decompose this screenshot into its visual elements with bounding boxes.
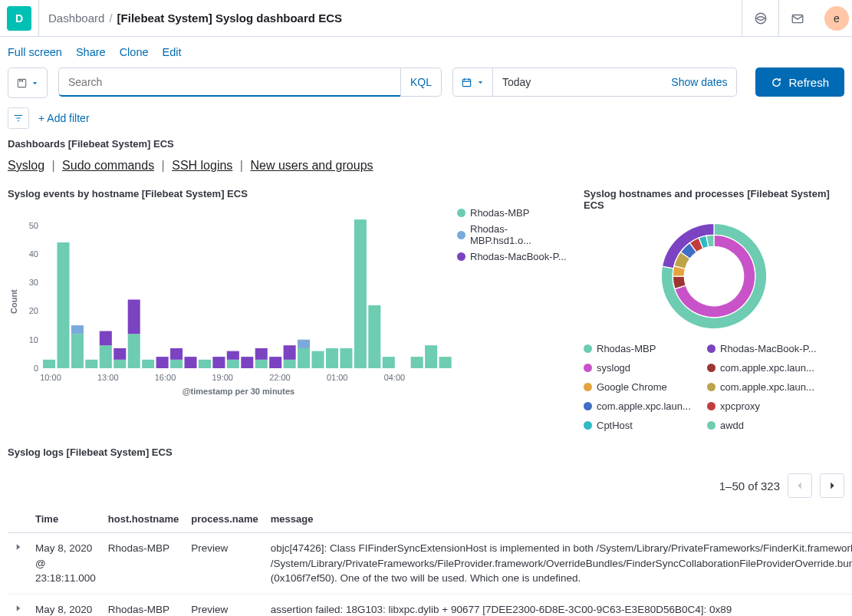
- svg-rect-12: [71, 334, 84, 368]
- svg-rect-25: [184, 357, 196, 368]
- breadcrumb-separator: /: [109, 12, 112, 25]
- search-group: KQL: [58, 68, 442, 98]
- svg-text:19:00: 19:00: [212, 373, 233, 382]
- refresh-label: Refresh: [788, 76, 829, 89]
- logs-table: Time host.hostname process.name message …: [8, 506, 852, 616]
- pagination-text: 1–50 of 323: [719, 479, 780, 492]
- full-screen-link[interactable]: Full screen: [8, 46, 62, 58]
- nav-link-ssh[interactable]: SSH logins: [172, 159, 232, 172]
- legend-item[interactable]: syslogd: [584, 362, 695, 374]
- svg-rect-37: [298, 340, 310, 348]
- app-logo[interactable]: D: [7, 6, 31, 31]
- share-link[interactable]: Share: [76, 46, 106, 58]
- col-message[interactable]: message: [265, 506, 852, 533]
- svg-rect-24: [170, 348, 183, 360]
- date-range-label: Today: [502, 76, 531, 88]
- prev-page-button[interactable]: [788, 473, 812, 498]
- col-host[interactable]: host.hostname: [102, 506, 185, 533]
- donut-chart[interactable]: [656, 219, 771, 334]
- svg-rect-27: [212, 357, 225, 368]
- cell-time: May 8, 2020 @ 23:18:11.000: [29, 594, 102, 616]
- show-dates-link[interactable]: Show dates: [671, 76, 727, 88]
- filter-options-button[interactable]: [8, 107, 29, 129]
- filter-bar: + Add filter: [0, 103, 852, 138]
- cell-host: Rhodas-MBP: [102, 594, 185, 616]
- cell-process: Preview: [185, 533, 264, 595]
- svg-rect-31: [255, 360, 268, 368]
- svg-text:10: 10: [29, 335, 38, 344]
- svg-rect-26: [199, 360, 211, 368]
- calendar-icon: [461, 77, 472, 88]
- svg-text:10:00: 10:00: [40, 373, 61, 382]
- date-range-display[interactable]: Today Show dates: [493, 68, 737, 97]
- legend-item[interactable]: awdd: [707, 420, 818, 431]
- legend-item[interactable]: Rhodas-MBP: [457, 207, 568, 219]
- clone-link[interactable]: Clone: [120, 46, 149, 58]
- next-page-button[interactable]: [820, 473, 844, 498]
- legend-item[interactable]: CptHost: [584, 420, 695, 431]
- svg-rect-28: [227, 360, 239, 368]
- svg-rect-30: [241, 357, 253, 368]
- nav-link-syslog[interactable]: Syslog: [8, 159, 44, 172]
- donut-title: Syslog hostnames and processes [Filebeat…: [584, 188, 844, 211]
- mail-icon[interactable]: [778, 0, 815, 37]
- histogram-legend: Rhodas-MBPRhodas-MBP.hsd1.o...Rhodas-Mac…: [457, 207, 568, 396]
- svg-text:04:00: 04:00: [384, 373, 406, 382]
- svg-text:40: 40: [29, 249, 38, 259]
- expand-row-button[interactable]: [8, 533, 29, 595]
- legend-item[interactable]: xpcproxy: [707, 400, 818, 412]
- legend-item[interactable]: com.apple.xpc.laun...: [584, 400, 695, 412]
- svg-rect-17: [113, 360, 126, 368]
- svg-rect-33: [269, 357, 281, 368]
- svg-text:22:00: 22:00: [269, 373, 291, 382]
- breadcrumb-root[interactable]: Dashboard: [48, 12, 104, 25]
- svg-rect-34: [284, 360, 296, 368]
- legend-item[interactable]: Rhodas-MacBook-P...: [707, 343, 818, 354]
- search-input[interactable]: [58, 68, 400, 97]
- svg-rect-46: [439, 357, 452, 368]
- svg-rect-2: [18, 79, 25, 87]
- add-filter-link[interactable]: + Add filter: [38, 112, 90, 124]
- expand-row-button[interactable]: [8, 594, 29, 616]
- legend-item[interactable]: com.apple.xpc.laun...: [707, 381, 818, 393]
- col-process[interactable]: process.name: [185, 506, 264, 533]
- user-avatar[interactable]: e: [824, 6, 849, 31]
- cell-message: assertion failed: 18G103: libxpc.dylib +…: [265, 594, 852, 616]
- svg-rect-23: [170, 360, 183, 368]
- cell-host: Rhodas-MBP: [102, 533, 185, 595]
- svg-text:16:00: 16:00: [155, 373, 176, 382]
- svg-rect-39: [326, 348, 338, 368]
- chevron-right-icon: [827, 480, 837, 491]
- newsfeed-icon[interactable]: [742, 0, 778, 37]
- svg-rect-41: [354, 219, 367, 368]
- legend-item[interactable]: Rhodas-MBP: [584, 343, 695, 354]
- svg-rect-14: [85, 360, 97, 368]
- svg-rect-45: [425, 345, 437, 368]
- legend-item[interactable]: Rhodas-MBP.hsd1.o...: [457, 223, 568, 246]
- histogram-title: Syslog events by hostname [Filebeat Syst…: [8, 188, 568, 199]
- nav-link-sudo[interactable]: Sudo commands: [62, 159, 154, 172]
- nav-link-users[interactable]: New users and groups: [250, 159, 373, 172]
- date-quick-button[interactable]: [452, 68, 493, 97]
- refresh-button[interactable]: Refresh: [755, 68, 844, 97]
- edit-link[interactable]: Edit: [163, 46, 182, 58]
- saved-query-button[interactable]: [8, 68, 48, 98]
- histogram-chart[interactable]: 0102030405010:0013:0016:0019:0022:0001:0…: [20, 207, 457, 384]
- breadcrumb-current: [Filebeat System] Syslog dashboard ECS: [117, 12, 342, 25]
- legend-item[interactable]: Google Chrome: [584, 381, 695, 393]
- legend-item[interactable]: Rhodas-MacBook-P...: [457, 251, 568, 262]
- cell-process: Preview: [185, 594, 264, 616]
- col-time[interactable]: Time: [29, 506, 102, 533]
- svg-rect-38: [312, 351, 324, 368]
- legend-item[interactable]: com.apple.xpc.laun...: [707, 362, 818, 374]
- donut-legend: Rhodas-MBPRhodas-MacBook-P...syslogdcom.…: [584, 343, 844, 431]
- refresh-icon: [771, 77, 782, 88]
- date-picker-group: Today Show dates: [452, 68, 737, 98]
- chevron-left-icon: [794, 480, 805, 491]
- svg-rect-43: [383, 357, 395, 368]
- app-header: D Dashboard / [Filebeat System] Syslog d…: [0, 0, 852, 37]
- query-bar: KQL Today Show dates Refresh: [0, 68, 852, 103]
- kql-button[interactable]: KQL: [400, 68, 442, 97]
- nav-panel-title: Dashboards [Filebeat System] ECS: [8, 138, 844, 150]
- table-row: May 8, 2020 @ 23:18:11.000 Rhodas-MBP Pr…: [8, 533, 852, 595]
